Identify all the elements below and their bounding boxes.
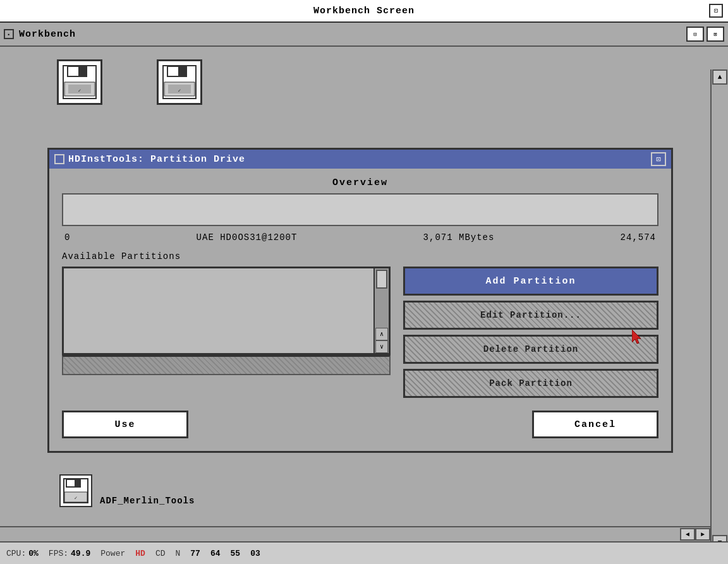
fps-status: FPS: 49.9 [49,549,90,558]
use-button[interactable]: Use [62,411,188,438]
cd-status: CD [155,549,166,558]
partition-buttons: Add Partition Edit Partition... Delete P… [403,267,658,398]
drive-size: 3,071 MBytes [423,232,495,243]
cd-label: CD [155,549,166,558]
workbench-close-button[interactable]: ▪ [4,29,14,39]
drive-name: UAE HD0OS31@1200T [197,232,298,243]
scroll-down-arrow[interactable]: ∨ [375,340,388,353]
floppy-disk-icon-1[interactable]: ✓ [57,59,102,105]
workbench-title: Workbench [19,29,681,40]
cpu-status: CPU: 0% [6,549,39,558]
n-status: N [176,549,181,558]
fps-value: 49.9 [71,549,90,558]
val55-status: 55 [231,549,241,558]
workbench-restore-button[interactable]: ⊟ [686,27,704,42]
val-03: 03 [250,549,260,558]
cpu-value: 0% [28,549,39,558]
hd-label: HD [135,549,145,558]
svg-text:✓: ✓ [178,88,181,93]
svg-text:✓: ✓ [75,495,78,501]
small-floppy-svg: ✓ [63,478,88,503]
dialog-close-button[interactable] [54,154,64,164]
dialog-title: HDInstTools: Partition Drive [68,154,245,165]
screen-maximize-button[interactable]: ⊡ [709,4,723,18]
workbench-bar: ▪ Workbench ⊟ ⊠ [0,23,728,47]
scroll-right-h-arrow[interactable]: ► [695,528,710,541]
right-scrollbar: ▲ ▼ [710,69,728,564]
pack-partition-button[interactable]: Pack Partition [403,369,658,398]
scroll-right-up-arrow[interactable]: ▲ [712,69,727,85]
adf-label: ADF_Merlin_Tools [100,496,195,506]
val-55: 55 [231,549,241,558]
list-content [64,268,373,353]
dialog-maximize-button[interactable]: ⊡ [651,152,666,166]
available-partitions-label: Available Partitions [62,251,658,261]
desktop: ✓ ✓ HDInstTools: Partition Drive ⊡ Overv… [0,47,728,564]
floppy-svg-1: ✓ [62,64,97,100]
cpu-label: CPU: [6,549,26,558]
edit-partition-button[interactable]: Edit Partition... [403,301,658,330]
screen-titlebar: Workbench Screen ⊡ [0,0,728,23]
power-label: Power [100,549,125,558]
floppy-svg-2: ✓ [162,64,197,100]
svg-text:✓: ✓ [78,88,82,93]
workbench-maximize-button[interactable]: ⊠ [707,27,724,42]
delete-partition-button[interactable]: Delete Partition [403,335,658,364]
val77-status: 77 [190,549,200,558]
partitions-list-box: ∧ ∨ [62,267,391,355]
svg-rect-8 [168,67,178,76]
overview-label: Overview [62,177,658,188]
status-bar: CPU: 0% FPS: 49.9 Power HD CD N 77 64 55… [0,541,728,564]
bottom-buttons: Use Cancel [62,411,658,438]
drive-number: 0 [64,232,70,243]
small-floppy-icon[interactable]: ✓ [59,474,92,507]
dialog-body: Overview 0 UAE HD0OS31@1200T 3,071 MByte… [49,169,671,451]
overview-bar [62,193,658,226]
partitions-row: ∧ ∨ Add Partition Edit Partition... Dele… [62,267,658,398]
add-partition-button[interactable]: Add Partition [403,267,658,296]
val03-status: 03 [250,549,260,558]
drive-info-row: 0 UAE HD0OS31@1200T 3,071 MBytes 24,574 [62,232,658,243]
fps-label: FPS: [49,549,68,558]
dialog-titlebar: HDInstTools: Partition Drive ⊡ [49,150,671,169]
list-scrollbar: ∧ ∨ [373,268,389,353]
bottom-scrollbar: ◄ ► [0,526,710,541]
val-77: 77 [190,549,200,558]
power-status: Power [100,549,125,558]
svg-rect-14 [67,480,75,486]
partition-drive-dialog: HDInstTools: Partition Drive ⊡ Overview … [47,148,673,453]
cancel-button[interactable]: Cancel [532,411,658,438]
val64-status: 64 [210,549,221,558]
scroll-left-arrow[interactable]: ◄ [680,528,695,541]
scroll-thumb[interactable] [376,270,387,289]
hd-status: HD [135,549,145,558]
drive-cylinders: 24,574 [621,232,656,243]
partitions-list-area: ∧ ∨ [62,267,391,375]
screen-title: Workbench Screen [5,6,723,16]
svg-rect-2 [68,67,78,76]
val-64: 64 [210,549,221,558]
n-label: N [176,549,181,558]
scroll-up-arrow[interactable]: ∧ [375,328,388,340]
list-selected-row[interactable] [62,355,391,375]
floppy-disk-icon-2[interactable]: ✓ [157,59,202,105]
